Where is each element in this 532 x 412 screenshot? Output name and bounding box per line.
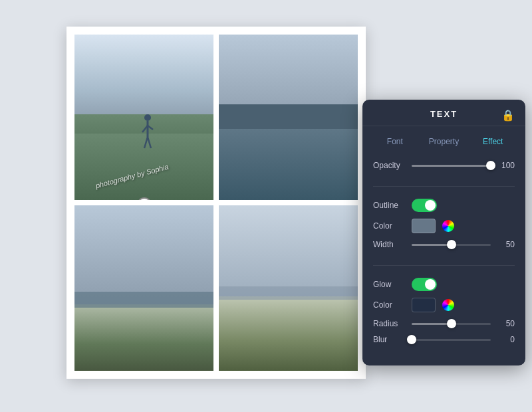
glow-color-swatch[interactable] [412, 298, 436, 312]
outline-color-row: Color [373, 219, 515, 233]
glow-radius-slider-fill [412, 323, 452, 325]
glow-radius-value: 50 [496, 319, 515, 328]
glow-blur-label: Blur [373, 335, 406, 344]
outline-toggle-row: Outline ✓ [373, 199, 515, 212]
opacity-section: Opacity 100 [362, 154, 525, 181]
tab-bar: Font Property Effect [362, 126, 525, 154]
divider-2 [373, 265, 515, 266]
glow-radius-label: Radius [373, 319, 406, 328]
opacity-label: Opacity [373, 161, 406, 170]
panel-title: TEXT [430, 109, 458, 119]
outline-color-swatch[interactable] [412, 219, 436, 233]
rotate-handle[interactable] [137, 197, 152, 200]
outline-width-value: 50 [496, 240, 515, 249]
opacity-row: Opacity 100 [373, 161, 515, 170]
outline-rainbow-icon [442, 220, 454, 232]
glow-color-label: Color [373, 300, 406, 310]
opacity-slider-track[interactable] [412, 165, 491, 167]
glow-color-row: Color [373, 298, 515, 312]
photo-top-left[interactable]: photography by Sophia [74, 35, 213, 200]
outline-toggle[interactable]: ✓ [412, 199, 437, 212]
photo-bottom-right[interactable] [219, 205, 358, 371]
outline-section: Outline ✓ Color Width 50 [362, 192, 525, 260]
canvas-area: photography by Sophia [66, 27, 366, 379]
divider-1 [373, 186, 515, 187]
svg-line-5 [148, 137, 151, 148]
glow-rainbow-icon [442, 299, 454, 311]
watermark-text: photography by Sophia [94, 163, 169, 190]
outline-width-row: Width 50 [373, 240, 515, 249]
lock-icon[interactable]: 🔒 [501, 109, 515, 122]
outline-width-slider-thumb[interactable] [447, 240, 456, 249]
glow-radius-slider-track[interactable] [412, 323, 491, 325]
opacity-slider-fill [412, 165, 491, 167]
glow-section: Glow ✓ Color Radius 50 Blur [362, 271, 525, 355]
text-effect-panel: TEXT 🔒 Font Property Effect Opacity 100 … [362, 100, 525, 365]
glow-radius-row: Radius 50 [373, 319, 515, 328]
glow-toggle-check: ✓ [429, 281, 434, 288]
tab-effect[interactable]: Effect [468, 133, 517, 150]
outline-label: Outline [373, 201, 406, 210]
outline-color-label: Color [373, 221, 406, 231]
tab-property[interactable]: Property [420, 133, 469, 150]
svg-point-0 [144, 114, 151, 121]
tab-font[interactable]: Font [370, 133, 420, 150]
outline-width-slider-fill [412, 244, 452, 246]
glow-toggle-row: Glow ✓ [373, 278, 515, 291]
outline-color-picker-button[interactable] [441, 219, 456, 233]
glow-blur-slider-thumb[interactable] [407, 335, 416, 344]
glow-blur-value: 0 [496, 335, 515, 344]
glow-blur-slider-track[interactable] [412, 339, 491, 341]
glow-radius-slider-thumb[interactable] [447, 319, 456, 328]
glow-label: Glow [373, 280, 406, 289]
outline-toggle-check: ✓ [429, 202, 434, 209]
svg-line-4 [144, 137, 148, 148]
photo-bottom-left[interactable] [74, 205, 213, 371]
photo-top-right[interactable] [219, 35, 358, 200]
outline-width-label: Width [373, 240, 406, 249]
outline-width-slider-track[interactable] [412, 244, 491, 246]
opacity-slider-thumb[interactable] [486, 161, 495, 170]
panel-header: TEXT 🔒 [362, 100, 525, 126]
glow-color-picker-button[interactable] [441, 298, 456, 312]
opacity-value: 100 [496, 161, 515, 170]
person-silhouette [141, 114, 154, 150]
glow-toggle[interactable]: ✓ [412, 278, 437, 291]
glow-blur-row: Blur 0 [373, 335, 515, 344]
